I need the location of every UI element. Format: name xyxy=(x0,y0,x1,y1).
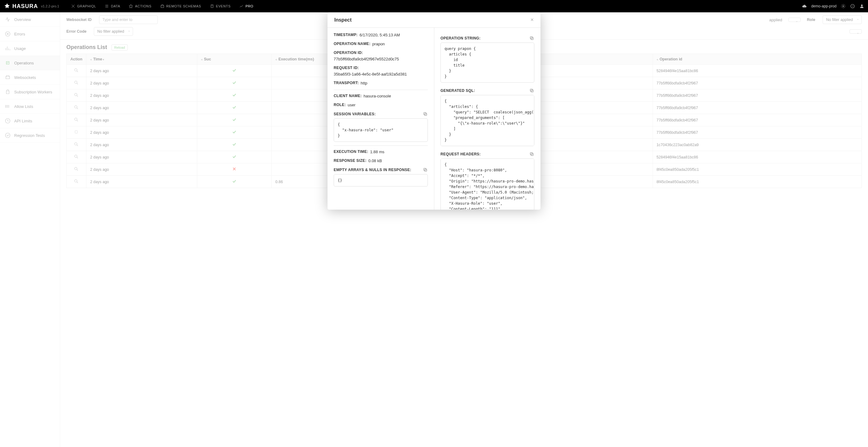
timestamp-value: 6/17/2020, 5:45:13 AM xyxy=(360,33,400,37)
actions-icon xyxy=(129,4,133,8)
top-nav: GRAPHIQLDATAACTIONSREMOTE SCHEMASEVENTSP… xyxy=(67,0,258,12)
svg-point-3 xyxy=(861,5,863,6)
topbar: HASURA v1.2.2-pro.1 GRAPHIQLDATAACTIONSR… xyxy=(0,0,868,12)
response-size-label: RESPONSE SIZE: xyxy=(334,159,366,163)
brand-text: HASURA xyxy=(12,3,38,9)
svg-rect-22 xyxy=(530,152,532,155)
modal-left-column: TIMESTAMP:6/17/2020, 5:45:13 AM OPERATIO… xyxy=(328,28,434,210)
operation-name-value: prapon xyxy=(372,42,384,46)
request-id-label: REQUEST ID: xyxy=(334,66,359,70)
gear-icon[interactable] xyxy=(841,4,846,9)
modal-right-column: OPERATION STRING: query prapon { article… xyxy=(434,28,540,210)
session-variables-label: SESSION VARIABLES: xyxy=(334,112,376,116)
role-value: user xyxy=(347,103,355,107)
execution-time-value: 1.88 ms xyxy=(370,149,384,154)
close-icon[interactable]: × xyxy=(530,16,534,23)
operation-string-label: OPERATION STRING: xyxy=(440,36,480,40)
execution-time-label: EXECUTION TIME: xyxy=(334,149,368,154)
modal-title: Inspect xyxy=(334,17,351,23)
graphiql-icon xyxy=(71,4,75,8)
remote schemas-icon xyxy=(160,4,164,8)
svg-rect-20 xyxy=(530,89,532,91)
timestamp-label: TIMESTAMP: xyxy=(334,33,358,37)
copy-icon[interactable] xyxy=(423,167,428,172)
request-headers-label: REQUEST HEADERS: xyxy=(440,152,480,156)
operation-id-value: 77b5ff66bdfa9cb4f2f967e5522d0c75 xyxy=(334,57,399,61)
topnav-events[interactable]: EVENTS xyxy=(206,0,235,12)
operation-name-label: OPERATION NAME: xyxy=(334,42,370,46)
copy-icon[interactable] xyxy=(529,152,534,157)
logo[interactable]: HASURA xyxy=(4,3,38,9)
svg-text:?: ? xyxy=(852,5,853,8)
svg-rect-13 xyxy=(425,113,427,115)
svg-rect-18 xyxy=(530,37,532,39)
svg-point-0 xyxy=(843,5,844,7)
request-headers-code: { "Host": "hasura-pro:8080", "Accept": "… xyxy=(440,159,534,210)
operation-string-code: query prapon { articles { id title } } xyxy=(440,42,534,82)
modal-header: Inspect × xyxy=(328,12,540,28)
data-icon xyxy=(105,4,109,8)
pro-icon xyxy=(239,4,244,8)
events-icon xyxy=(210,4,214,8)
svg-rect-14 xyxy=(424,112,426,115)
version-label: v1.2.2-pro.1 xyxy=(41,4,59,8)
response-size-value: 0.08 kB xyxy=(368,159,382,163)
client-name-value: hasura-console xyxy=(364,94,391,98)
generated-sql-label: GENERATED SQL: xyxy=(440,89,475,93)
role-label: ROLE: xyxy=(334,103,346,107)
copy-icon[interactable] xyxy=(529,88,534,93)
session-variables-code: { "x-hasura-role": "user" } xyxy=(334,118,428,142)
topnav-graphiql[interactable]: GRAPHIQL xyxy=(67,0,101,12)
copy-icon[interactable] xyxy=(423,112,428,116)
user-icon[interactable] xyxy=(859,4,864,9)
help-icon[interactable]: ? xyxy=(850,4,855,9)
topnav-remote-schemas[interactable]: REMOTE SCHEMAS xyxy=(156,0,206,12)
topnav-pro[interactable]: PRO xyxy=(235,0,258,12)
empty-arrays-code: {} xyxy=(334,174,428,186)
request-id-value: 35ba65f3-1a66-4e5c-8e5f-aaf192a5d381 xyxy=(334,72,407,76)
operation-id-label: OPERATION ID: xyxy=(334,50,363,55)
inspect-modal: Inspect × TIMESTAMP:6/17/2020, 5:45:13 A… xyxy=(328,12,540,210)
svg-rect-15 xyxy=(425,169,427,171)
topnav-data[interactable]: DATA xyxy=(100,0,124,12)
empty-arrays-label: EMPTY ARRAYS & NULLS IN RESPONSE: xyxy=(334,168,411,172)
generated-sql-code: { "articles": { "query": "SELECT coalesc… xyxy=(440,95,534,146)
svg-rect-16 xyxy=(424,168,426,170)
cloud-icon xyxy=(802,4,807,9)
svg-rect-21 xyxy=(531,153,533,156)
transport-label: TRANSPORT: xyxy=(334,81,359,85)
modal-overlay: Inspect × TIMESTAMP:6/17/2020, 5:45:13 A… xyxy=(0,12,868,447)
copy-icon[interactable] xyxy=(529,36,534,41)
svg-rect-17 xyxy=(531,37,533,39)
topbar-right: demo-app-prod ? xyxy=(802,4,864,9)
svg-rect-19 xyxy=(531,90,533,92)
topnav-actions[interactable]: ACTIONS xyxy=(124,0,156,12)
transport-value: http xyxy=(361,81,367,85)
client-name-label: CLIENT NAME: xyxy=(334,94,362,98)
project-name[interactable]: demo-app-prod xyxy=(811,4,837,8)
hasura-icon xyxy=(4,3,10,9)
